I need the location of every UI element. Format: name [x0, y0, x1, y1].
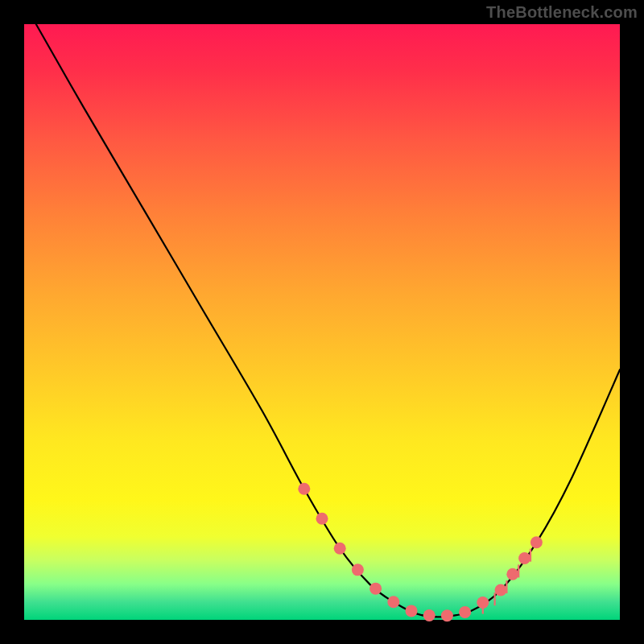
- highlight-dots: [298, 483, 543, 622]
- highlight-dot: [352, 564, 364, 576]
- highlight-dot: [387, 596, 399, 608]
- highlight-dot: [518, 552, 530, 564]
- highlight-dot: [477, 597, 489, 609]
- bottleneck-curve: [36, 24, 620, 617]
- highlight-dot: [298, 483, 310, 495]
- highlight-dot: [423, 609, 436, 621]
- highlight-dot: [316, 513, 328, 525]
- highlight-dot: [441, 609, 453, 621]
- highlight-dot: [369, 583, 382, 595]
- chart-svg-overlay: [0, 0, 644, 644]
- highlight-dot: [334, 543, 346, 555]
- highlight-dot: [459, 606, 471, 618]
- highlight-dot: [495, 584, 507, 597]
- highlight-dot: [406, 605, 418, 617]
- highlight-dot: [530, 536, 543, 548]
- highlight-dot: [506, 568, 518, 580]
